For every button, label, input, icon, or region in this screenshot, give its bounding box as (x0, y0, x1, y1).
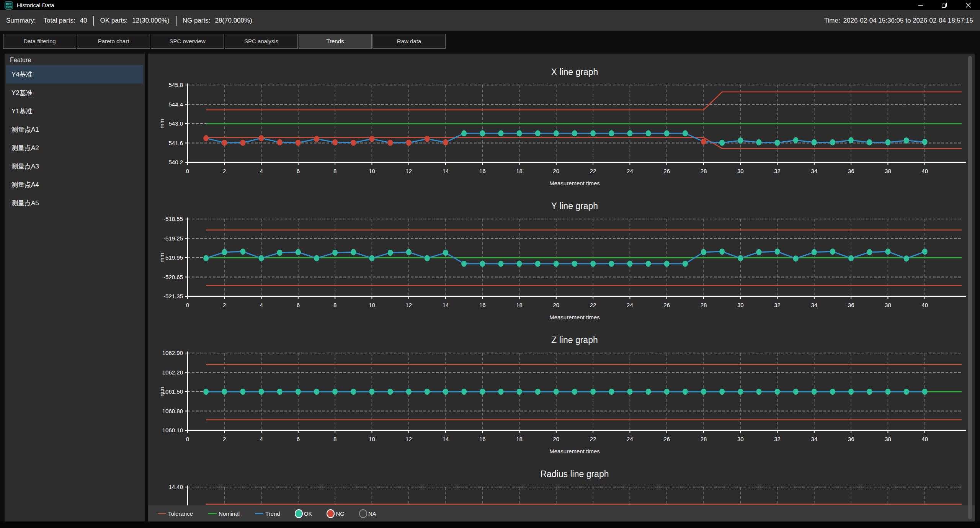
time-label: Time: (824, 17, 840, 25)
tab-data-filtering[interactable]: Data filtering (3, 34, 76, 49)
svg-text:22: 22 (590, 168, 596, 174)
svg-text:4: 4 (260, 168, 263, 174)
ng-parts-label: NG parts: (183, 17, 211, 25)
legend-ng: NG (327, 510, 345, 517)
tab-trends[interactable]: Trends (299, 34, 372, 49)
svg-text:12: 12 (405, 168, 412, 174)
svg-text:0: 0 (186, 436, 189, 442)
svg-text:0: 0 (186, 168, 189, 174)
svg-text:40: 40 (921, 436, 928, 442)
svg-text:20: 20 (553, 168, 560, 174)
svg-text:0: 0 (186, 302, 189, 308)
legend-ok: OK (296, 510, 312, 517)
ok-parts-label: OK parts: (100, 17, 128, 25)
feature-sidebar: Feature Y4基准 Y2基准 Y1基准 测量点A1 测量点A2 测量点A3… (5, 54, 145, 521)
svg-text:6: 6 (297, 302, 300, 308)
svg-text:Radius line graph: Radius line graph (540, 469, 609, 479)
feature-item-a1[interactable]: 测量点A1 (6, 120, 143, 139)
svg-text:Z line graph: Z line graph (551, 335, 598, 345)
svg-text:541.6: 541.6 (168, 140, 183, 146)
svg-text:16: 16 (479, 302, 486, 308)
svg-text:545.8: 545.8 (168, 82, 183, 88)
tab-raw-data[interactable]: Raw data (372, 34, 446, 49)
ok-parts-value: 12(30.000%) (132, 17, 169, 25)
svg-text:544.4: 544.4 (168, 101, 183, 108)
ng-dot-swatch (327, 510, 334, 517)
ok-dot-swatch (296, 510, 302, 517)
x-line-chart[interactable]: 0246810121416182022242628303234363840545… (148, 54, 972, 188)
total-parts-value: 40 (80, 17, 87, 25)
total-parts-label: Total parts: (43, 17, 75, 25)
legend-na: NA (360, 510, 376, 517)
y-line-chart[interactable]: 0246810121416182022242628303234363840-51… (148, 188, 972, 322)
svg-text:14: 14 (443, 436, 449, 442)
svg-text:36: 36 (848, 302, 854, 308)
svg-text:34: 34 (811, 302, 818, 308)
time-range-value: 2026-02-04 15:36:05 to 2026-02-04 18:57:… (843, 17, 973, 25)
svg-text:38: 38 (885, 302, 891, 308)
svg-text:36: 36 (848, 168, 854, 174)
tab-pareto-chart[interactable]: Pareto chart (77, 34, 150, 49)
svg-text:34: 34 (811, 168, 818, 174)
feature-item-a4[interactable]: 测量点A4 (6, 175, 143, 194)
tab-spc-overview[interactable]: SPC overview (151, 34, 224, 49)
close-button[interactable] (956, 0, 980, 10)
svg-text:22: 22 (590, 302, 596, 308)
svg-text:40: 40 (921, 168, 928, 174)
feature-item-a3[interactable]: 测量点A3 (6, 157, 143, 175)
feature-item-a2[interactable]: 测量点A2 (6, 139, 143, 157)
svg-text:MET: MET (6, 3, 12, 5)
tolerance-line-swatch (158, 513, 166, 514)
vertical-scrollbar[interactable] (968, 56, 972, 519)
summary-separator (176, 16, 176, 26)
svg-text:1061.50: 1061.50 (162, 388, 183, 395)
svg-text:mm: mm (158, 119, 165, 129)
legend-tolerance: Tolerance (158, 510, 193, 517)
svg-text:24: 24 (627, 168, 633, 174)
radius-line-chart[interactable]: 024681012141618202224262830323436384014.… (148, 456, 972, 505)
svg-text:Measurement times: Measurement times (549, 448, 600, 454)
svg-text:32: 32 (774, 302, 781, 308)
svg-text:14: 14 (443, 168, 449, 174)
svg-text:10: 10 (369, 436, 375, 442)
svg-text:24: 24 (627, 436, 633, 442)
svg-text:2: 2 (223, 436, 226, 442)
svg-text:12: 12 (405, 302, 412, 308)
ng-parts-value: 28(70.000%) (215, 17, 252, 25)
svg-text:28: 28 (701, 302, 707, 308)
restore-button[interactable] (933, 0, 956, 10)
svg-text:-519.95: -519.95 (163, 254, 183, 261)
feature-item-y2[interactable]: Y2基准 (6, 83, 143, 102)
svg-text:4: 4 (260, 436, 263, 442)
svg-text:28: 28 (701, 168, 707, 174)
tab-bar: Data filtering Pareto chart SPC overview… (3, 34, 446, 49)
window-title: Historical Data (17, 2, 54, 8)
svg-text:36: 36 (848, 436, 854, 442)
summary-bar: Summary: Total parts:40 OK parts:12(30.0… (0, 10, 980, 31)
svg-text:-520.65: -520.65 (163, 274, 183, 280)
svg-text:30: 30 (737, 168, 744, 174)
feature-item-a5[interactable]: 测量点A5 (6, 194, 143, 212)
svg-text:8: 8 (333, 302, 336, 308)
svg-text:1060.10: 1060.10 (162, 427, 183, 433)
svg-text:30: 30 (737, 302, 744, 308)
feature-header: Feature (5, 54, 145, 65)
z-line-chart[interactable]: 0246810121416182022242628303234363840106… (148, 322, 972, 456)
svg-text:30: 30 (737, 436, 744, 442)
svg-text:14: 14 (443, 302, 449, 308)
svg-text:543.0: 543.0 (168, 120, 183, 127)
minimize-button[interactable] (909, 0, 933, 10)
svg-text:32: 32 (774, 436, 781, 442)
trends-panel: 0246810121416182022242628303234363840545… (148, 54, 975, 521)
svg-text:mm: mm (158, 253, 165, 263)
feature-item-y4[interactable]: Y4基准 (6, 65, 143, 83)
svg-text:10: 10 (369, 302, 375, 308)
svg-text:18: 18 (516, 436, 523, 442)
svg-text:34: 34 (811, 436, 818, 442)
tab-spc-analysis[interactable]: SPC analysis (225, 34, 298, 49)
restore-icon (942, 3, 947, 8)
svg-text:16: 16 (479, 168, 486, 174)
svg-text:28: 28 (701, 436, 707, 442)
chart-legend: Tolerance Nominal Trend OK NG NA (148, 505, 975, 521)
feature-item-y1[interactable]: Y1基准 (6, 102, 143, 120)
